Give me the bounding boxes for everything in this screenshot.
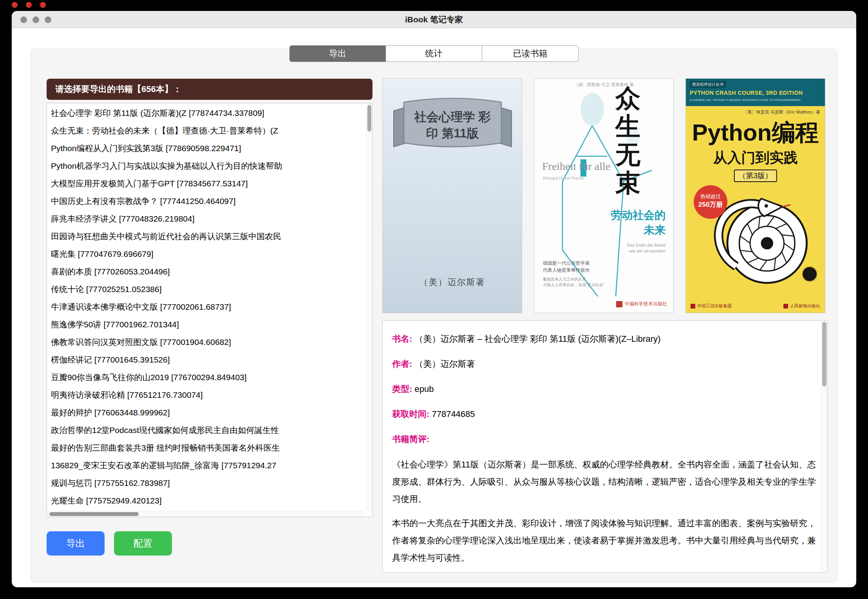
book-list[interactable]: 社会心理学 彩印 第11版 (迈尔斯著)(Z [778744734.337809… <box>47 103 373 517</box>
list-item[interactable]: 佛教常识答问汉英对照图文版 [777001904.60682] <box>47 333 366 351</box>
list-item[interactable]: 曙光集 [777047679.696679] <box>47 245 366 263</box>
config-button[interactable]: 配置 <box>114 531 172 556</box>
publisher-logo-icon <box>691 304 695 309</box>
app-window: iBook 笔记专家 导出 统计 已读书籍 请选择要导出的书籍【656本】： 社… <box>12 11 856 587</box>
tab-export[interactable]: 导出 <box>289 45 386 62</box>
titlebar: iBook 笔记专家 <box>12 11 856 28</box>
cover2-credit: 〔德〕理查德·大卫·普莱希特 著 <box>534 82 673 88</box>
background-traffic-light <box>40 2 46 8</box>
list-item[interactable]: 中国历史上有没有宗教战争？ [777441250.464097] <box>47 192 366 210</box>
cover3-top-band: 图灵程序设计丛书 PYTHON CRASH COURSE, 3RD EDITIO… <box>686 79 825 106</box>
book-list-header: 请选择要导出的书籍【656本】： <box>47 79 373 100</box>
list-item[interactable]: 豆瓣90你当像鸟飞往你的山2019 [776700294.849403] <box>47 368 366 386</box>
background-traffic-light <box>26 2 32 8</box>
cover2-tagline-line2: 代表人物普莱希特新作 <box>543 267 590 274</box>
cover2-tagline-line1: 德国新一代公共哲学家 <box>543 260 590 267</box>
cover2-caption-line2: wie wir sie kannten <box>627 248 665 254</box>
cover2-title-vertical: 众生无束 <box>611 84 645 197</box>
list-item[interactable]: Python编程从入门到实践第3版 [778690598.229471] <box>47 139 366 157</box>
cover3-publisher-left: 中国工信出版集团 <box>691 303 732 309</box>
list-item[interactable]: 熊逸佛学50讲 [777001962.701344] <box>47 316 366 333</box>
cover2-german-author: Richard David Precht <box>543 176 584 180</box>
cover2-subtitle-line2: 未来 <box>611 223 665 238</box>
list-item[interactable]: 社会心理学 彩印 第11版 (迈尔斯著)(Z [778744734.337809… <box>47 104 366 122</box>
close-button[interactable] <box>20 16 27 23</box>
content-panel: 请选择要导出的书籍【656本】： 社会心理学 彩印 第11版 (迈尔斯著)(Z … <box>31 49 837 583</box>
cover3-publisher-right: 人民邮电出版社 <box>783 303 820 309</box>
list-item[interactable]: Python机器学习入门与实战以实操为基础以入行为目的快速帮助 <box>47 157 366 175</box>
cover3-english-subtitle: A HANDS-ON, PROJECT-BASED INTRODUCTION T… <box>690 98 801 102</box>
cover2-subtitle-line1: 劳动社会的 <box>611 208 665 223</box>
list-item[interactable]: 牛津通识读本佛学概论中文版 [777002061.68737] <box>47 298 366 316</box>
cover2-tagline: 德国新一代公共哲学家 代表人物普莱希特新作 <box>543 260 590 274</box>
publisher-logo-icon <box>616 301 622 307</box>
cover2-subtitle: 劳动社会的 未来 <box>611 208 665 238</box>
list-item[interactable]: 传统十论 [777025251.052386] <box>47 280 366 298</box>
minimize-button[interactable] <box>33 16 39 23</box>
book-cover-social-psychology: 社会心理学 彩 印 第11版 （美）迈尔斯著 <box>382 78 522 313</box>
list-item[interactable]: 喜剧的本质 [777026053.204496] <box>47 263 366 280</box>
detail-vertical-scrollbar[interactable] <box>821 321 827 572</box>
book-cover-freiheit-fur-alle: 〔德〕理查德·大卫·普莱希特 著 Freiheit für alle Richa… <box>534 78 674 313</box>
traffic-lights <box>20 11 51 28</box>
list-item[interactable]: 众生无束：劳动社会的未来（【德】理查德·大卫·普莱希特）(Z <box>47 122 366 139</box>
cover3-series-label: 图灵程序设计丛书 <box>690 81 726 88</box>
turing-badge-icon <box>801 266 818 282</box>
list-item[interactable]: 最好的辩护 [776063448.999962] <box>47 404 366 421</box>
cover2-caption-line1: Das Ende der Arbeit <box>627 242 665 248</box>
list-item[interactable]: 薛兆丰经济学讲义 [777048326.219804] <box>47 210 366 227</box>
vertical-scroll-thumb[interactable] <box>367 105 371 132</box>
cover2-caption: Das Ende der Arbeit wie wir sie kannten <box>627 242 665 254</box>
book-detail-panel: 书名: （美）迈尔斯著 – 社会心理学 彩印 第11版 (迈尔斯著)(Z–Lib… <box>382 320 828 573</box>
book-cover-python-crash-course: 图灵程序设计丛书 PYTHON CRASH COURSE, 3RD EDITIO… <box>685 78 825 313</box>
book-list-rows: 社会心理学 彩印 第11版 (迈尔斯著)(Z [778744734.337809… <box>47 104 366 511</box>
cover1-banner-line1: 社会心理学 彩 <box>414 110 491 124</box>
badge-line2: 250万册 <box>694 200 727 209</box>
book-detail-content: 书名: （美）迈尔斯著 – 社会心理学 彩印 第11版 (迈尔斯著)(Z–Lib… <box>383 321 821 572</box>
cover3-english-title: PYTHON CRASH COURSE, 3RD EDITION <box>690 90 803 96</box>
ribbon-banner: 社会心理学 彩 印 第11版 <box>383 87 522 165</box>
tab-statistics[interactable]: 统计 <box>386 45 482 62</box>
detail-scroll-thumb[interactable] <box>822 322 826 386</box>
detail-field: 获取时间: 778744685 <box>392 406 816 422</box>
detail-field: 书籍简评: <box>392 431 816 447</box>
tab-read-books[interactable]: 已读书籍 <box>482 45 579 62</box>
detail-fields: 书名: （美）迈尔斯著 – 社会心理学 彩印 第11版 (迈尔斯著)(Z–Lib… <box>392 331 816 447</box>
zoom-button[interactable] <box>45 16 51 23</box>
list-item[interactable]: 明夷待访录破邪论精 [776512176.730074] <box>47 386 366 404</box>
list-item[interactable]: 楞伽经讲记 [777001645.391526] <box>47 351 366 368</box>
background-traffic-light <box>12 2 18 8</box>
list-item[interactable]: 光耀生命 [775752949.420123] <box>47 492 366 509</box>
list-item[interactable]: 规训与惩罚 [775755162.783987] <box>47 474 366 492</box>
cover2-publisher-name: 中国科学技术出版社 <box>625 301 667 307</box>
badge-line1: 热销超过 <box>694 193 727 200</box>
cover3-author-credit: 〔美〕埃里克·马瑟斯（Eric Matthes）著 <box>743 109 820 115</box>
book-review: 《社会心理学》第11版（迈尔斯著）是一部系统、权威的心理学经典教材。全书内容全面… <box>392 456 816 567</box>
cover3-subtitle: 从入门到实践 <box>686 148 825 168</box>
cover2-publisher: 中国科学技术出版社 <box>616 301 667 307</box>
cover3-publishers: 中国工信出版集团 人民邮电出版社 <box>691 303 820 309</box>
horizontal-scroll-thumb[interactable] <box>49 512 139 516</box>
cover2-tagline-small2: 才能人人得享自由，实现“意义社会” <box>543 282 604 288</box>
publisher-logo-icon <box>783 304 788 309</box>
list-item[interactable]: 政治哲學的12堂Podcast現代國家如何成形民主自由如何誕生性 <box>47 421 366 439</box>
cover1-author: （美）迈尔斯著 <box>383 276 522 288</box>
detail-field: 书名: （美）迈尔斯著 – 社会心理学 彩印 第11版 (迈尔斯著)(Z–Lib… <box>392 331 816 347</box>
cover3-title: Python编程 <box>686 117 825 149</box>
list-item[interactable]: 136829_变宋王安石改革的逻辑与陷阱_徐富海 [775791294.27 <box>47 456 366 474</box>
book-review-paragraph: 《社会心理学》第11版（迈尔斯著）是一部系统、权威的心理学经典教材。全书内容全面… <box>392 456 816 508</box>
book-list-horizontal-scrollbar[interactable] <box>47 511 366 517</box>
list-item[interactable]: 田园诗与狂想曲关中模式与前近代社会的再认识第三版中国农民 <box>47 227 366 245</box>
cover2-tagline-small1: 重新思考人与工作的关系 <box>543 277 604 282</box>
list-item[interactable]: 大模型应用开发极简入门基于GPT [778345677.53147] <box>47 175 366 192</box>
book-list-vertical-scrollbar[interactable] <box>366 103 372 511</box>
window-title: iBook 笔记专家 <box>405 14 463 25</box>
book-review-paragraph: 本书的一大亮点在于其图文并茂、彩印设计，增强了阅读体验与知识理解。通过丰富的图表… <box>392 515 816 567</box>
list-item[interactable]: 最好的告别三部曲套装共3册 纽约时报畅销书美国著名外科医生 <box>47 439 366 456</box>
cover2-german-title: Freiheit für alle <box>542 160 610 173</box>
cover1-banner-line2: 印 第11版 <box>426 126 479 140</box>
cover-previews: 社会心理学 彩 印 第11版 （美）迈尔斯著 <box>382 78 825 313</box>
export-button[interactable]: 导出 <box>47 531 105 556</box>
detail-field: 类型: epub <box>392 381 816 397</box>
cover3-edition-badge: （第3版） <box>734 170 777 182</box>
